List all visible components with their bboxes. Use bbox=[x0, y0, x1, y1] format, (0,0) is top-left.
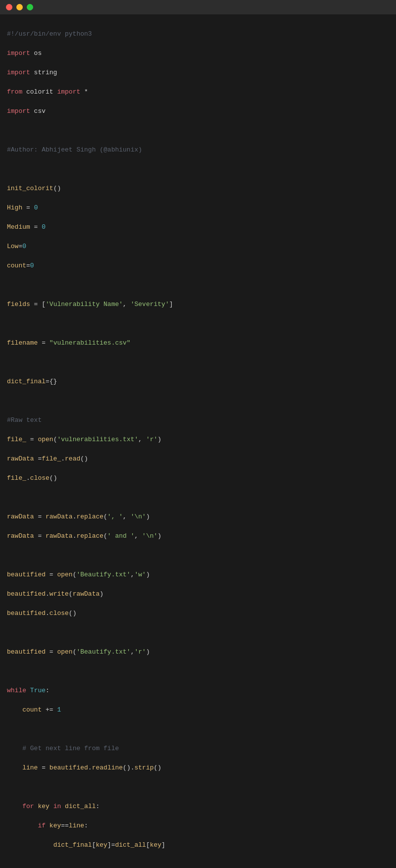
minimize-button[interactable] bbox=[16, 4, 23, 10]
line-10: High = 0 bbox=[7, 203, 389, 213]
line-18 bbox=[7, 357, 389, 367]
line-27: rawData = rawData.replace(' and ', '\n') bbox=[7, 531, 389, 541]
maximize-button[interactable] bbox=[27, 4, 33, 10]
line-28 bbox=[7, 551, 389, 561]
line-25 bbox=[7, 493, 389, 503]
code-content: #!/usr/bin/env python3 import os import … bbox=[0, 14, 396, 868]
line-6 bbox=[7, 126, 389, 136]
line-12: Low=0 bbox=[7, 242, 389, 252]
window: #!/usr/bin/env python3 import os import … bbox=[0, 0, 396, 868]
line-15: fields = ['Vulnerability Name', 'Severit… bbox=[7, 300, 389, 309]
line-31: beautified.close() bbox=[7, 609, 389, 618]
line-44 bbox=[7, 860, 389, 868]
close-button[interactable] bbox=[6, 4, 12, 10]
line-14 bbox=[7, 280, 389, 290]
line-33: beautified = open('Beautify.txt','r') bbox=[7, 647, 389, 657]
line-23: rawData =file_.read() bbox=[7, 454, 389, 464]
line-2: import os bbox=[7, 49, 389, 58]
line-13: count=0 bbox=[7, 261, 389, 271]
line-5: import csv bbox=[7, 106, 389, 116]
line-42: if key==line: bbox=[7, 821, 389, 831]
line-19: dict_final={} bbox=[7, 377, 389, 387]
line-20 bbox=[7, 396, 389, 406]
line-38: # Get next line from file bbox=[7, 744, 389, 754]
line-29: beautified = open('Beautify.txt','w') bbox=[7, 570, 389, 580]
line-4: from colorit import * bbox=[7, 87, 389, 97]
line-21: #Raw text bbox=[7, 415, 389, 425]
title-bar bbox=[0, 0, 396, 14]
line-9: init_colorit() bbox=[7, 184, 389, 194]
line-24: file_.close() bbox=[7, 473, 389, 483]
line-36: count += 1 bbox=[7, 705, 389, 715]
line-32 bbox=[7, 628, 389, 638]
line-39: line = beautified.readline().strip() bbox=[7, 763, 389, 773]
line-35: while True: bbox=[7, 686, 389, 696]
line-16 bbox=[7, 319, 389, 329]
line-40 bbox=[7, 782, 389, 792]
line-3: import string bbox=[7, 68, 389, 78]
line-26: rawData = rawData.replace(', ', '\n') bbox=[7, 512, 389, 522]
line-11: Medium = 0 bbox=[7, 222, 389, 232]
line-1: #!/usr/bin/env python3 bbox=[7, 29, 389, 39]
line-17: filename = "vulnerabilities.csv" bbox=[7, 338, 389, 348]
line-30: beautified.write(rawData) bbox=[7, 589, 389, 599]
line-41: for key in dict_all: bbox=[7, 802, 389, 812]
line-43: dict_final[key]=dict_all[key] bbox=[7, 840, 389, 850]
line-22: file_ = open('vulnerabilities.txt', 'r') bbox=[7, 435, 389, 445]
line-34 bbox=[7, 666, 389, 676]
line-8 bbox=[7, 164, 389, 174]
line-37 bbox=[7, 724, 389, 734]
line-7: #Author: Abhijeet Singh (@abhiunix) bbox=[7, 145, 389, 155]
